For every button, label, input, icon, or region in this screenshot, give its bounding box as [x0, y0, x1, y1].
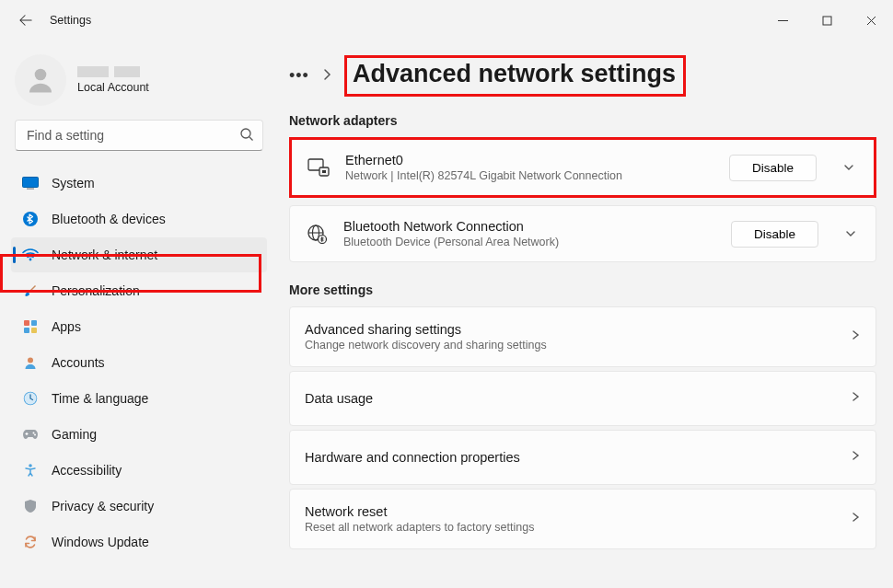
link-hardware-props[interactable]: Hardware and connection properties: [289, 430, 876, 485]
display-icon: [22, 175, 39, 191]
apps-icon: [22, 318, 39, 335]
nav-label: Accessibility: [52, 463, 122, 478]
back-button[interactable]: [13, 14, 39, 27]
arrow-left-icon: [19, 14, 32, 27]
account-type: Local Account: [77, 81, 149, 94]
nav-label: Time & language: [52, 391, 148, 406]
chevron-right-icon: [850, 329, 861, 345]
nav-label: Gaming: [52, 427, 97, 442]
adapter-desc: Bluetooth Device (Personal Area Network): [343, 236, 716, 248]
breadcrumb: ••• Advanced network settings: [289, 55, 876, 97]
svg-rect-12: [31, 328, 37, 333]
person-icon: [24, 63, 57, 97]
chevron-right-icon: [850, 511, 861, 527]
search-icon: [239, 127, 254, 145]
svg-rect-10: [31, 320, 37, 326]
maximize-button[interactable]: [805, 0, 849, 40]
bluetooth-icon: [22, 211, 39, 227]
svg-point-2: [35, 69, 47, 81]
link-sub: Reset all network adapters to factory se…: [305, 521, 850, 534]
titlebar: Settings: [0, 0, 893, 40]
sidebar-item-bluetooth[interactable]: Bluetooth & devices: [11, 202, 267, 236]
link-title: Data usage: [305, 391, 850, 406]
svg-point-8: [29, 259, 32, 261]
clock-icon: [22, 390, 39, 407]
highlight-box-title: Advanced network settings: [344, 55, 686, 97]
window-title: Settings: [50, 14, 91, 27]
maximize-icon: [822, 16, 832, 26]
sidebar-item-apps[interactable]: Apps: [11, 309, 267, 344]
link-network-reset[interactable]: Network reset Reset all network adapters…: [289, 489, 876, 549]
chevron-right-icon: [850, 390, 861, 407]
sidebar-item-update[interactable]: Windows Update: [11, 525, 267, 559]
nav-label: Apps: [52, 319, 81, 334]
avatar: [15, 54, 66, 106]
globe-icon: [305, 224, 329, 244]
svg-point-13: [28, 358, 33, 363]
section-adapters-label: Network adapters: [289, 113, 876, 128]
svg-rect-6: [27, 189, 34, 190]
adapter-desc: Network | Intel(R) 82574L Gigabit Networ…: [345, 169, 714, 182]
highlight-box-adapter: Ethernet0 Network | Intel(R) 82574L Giga…: [289, 137, 876, 198]
ethernet-icon: [307, 158, 331, 177]
window-buttons: [760, 0, 893, 40]
profile-block[interactable]: Local Account: [11, 50, 267, 114]
link-advanced-sharing[interactable]: Advanced sharing settings Change network…: [289, 306, 876, 367]
sidebar-item-gaming[interactable]: Gaming: [11, 417, 267, 452]
svg-point-17: [34, 434, 36, 436]
main-panel: ••• Advanced network settings Network ad…: [276, 40, 893, 588]
expand-button[interactable]: [839, 161, 859, 174]
username-redacted: [77, 66, 149, 77]
sidebar-item-system[interactable]: System: [11, 166, 267, 201]
link-data-usage[interactable]: Data usage: [289, 371, 876, 426]
svg-rect-9: [24, 320, 29, 326]
nav-list: System Bluetooth & devices Network & int…: [11, 166, 267, 559]
search-input[interactable]: [15, 120, 263, 151]
nav-label: Network & internet: [52, 248, 157, 262]
link-title: Advanced sharing settings: [305, 322, 850, 337]
svg-point-3: [241, 129, 250, 138]
nav-label: Privacy & security: [52, 499, 154, 513]
nav-label: Accounts: [52, 355, 105, 370]
adapter-name: Ethernet0: [345, 153, 714, 167]
svg-rect-1: [823, 17, 831, 25]
search-wrap: [15, 120, 263, 151]
nav-label: Windows Update: [52, 535, 149, 549]
sidebar-item-accessibility[interactable]: Accessibility: [11, 453, 267, 488]
svg-point-16: [33, 432, 35, 434]
nav-label: Bluetooth & devices: [52, 212, 166, 226]
wifi-icon: [22, 247, 39, 263]
sidebar: Local Account System Bluetooth & devices…: [0, 40, 276, 588]
shield-icon: [22, 498, 39, 514]
close-button[interactable]: [849, 0, 893, 40]
page-title: Advanced network settings: [353, 60, 676, 87]
accessibility-icon: [22, 462, 39, 478]
minimize-button[interactable]: [760, 0, 805, 40]
sidebar-item-accounts[interactable]: Accounts: [11, 345, 267, 380]
gaming-icon: [22, 426, 39, 443]
adapter-card-ethernet[interactable]: Ethernet0 Network | Intel(R) 82574L Giga…: [292, 140, 874, 195]
adapter-name: Bluetooth Network Connection: [343, 219, 716, 234]
profile-text: Local Account: [77, 66, 149, 94]
close-icon: [866, 16, 876, 26]
svg-rect-21: [322, 170, 326, 173]
disable-button[interactable]: Disable: [731, 221, 818, 248]
update-icon: [22, 534, 39, 550]
expand-button[interactable]: [841, 227, 861, 240]
sidebar-item-time[interactable]: Time & language: [11, 381, 267, 416]
breadcrumb-overflow[interactable]: •••: [289, 66, 309, 86]
adapter-card-bluetooth[interactable]: Bluetooth Network Connection Bluetooth D…: [289, 205, 876, 262]
nav-label: Personalization: [52, 283, 140, 298]
sidebar-item-privacy[interactable]: Privacy & security: [11, 489, 267, 524]
section-more-label: More settings: [289, 282, 876, 297]
brush-icon: [22, 282, 39, 299]
chevron-down-icon: [844, 227, 857, 240]
sidebar-item-personalization[interactable]: Personalization: [11, 273, 267, 308]
chevron-down-icon: [842, 161, 855, 174]
link-title: Hardware and connection properties: [305, 450, 850, 465]
chevron-right-icon: [850, 449, 861, 466]
svg-rect-5: [23, 178, 39, 188]
disable-button[interactable]: Disable: [729, 155, 817, 181]
svg-rect-11: [24, 328, 29, 333]
sidebar-item-network[interactable]: Network & internet: [11, 237, 267, 272]
